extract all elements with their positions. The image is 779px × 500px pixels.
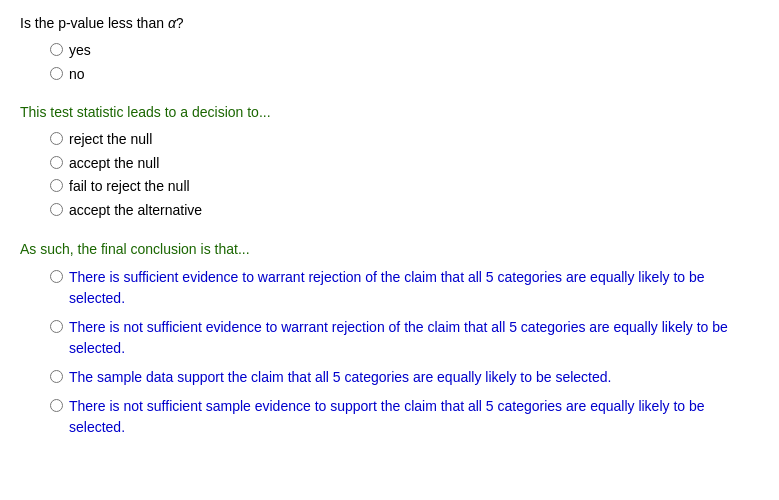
pvalue-section: Is the p-value less than α? yes no — [20, 15, 759, 84]
alpha-symbol: α — [168, 15, 176, 31]
conclusion-1-radio[interactable] — [50, 270, 63, 283]
pvalue-no-radio[interactable] — [50, 67, 63, 80]
decision-fail-radio[interactable] — [50, 179, 63, 192]
pvalue-options-group: yes no — [20, 41, 759, 84]
decision-alt-label: accept the alternative — [69, 201, 202, 221]
decision-accept-option[interactable]: accept the null — [50, 154, 759, 174]
decision-accept-label: accept the null — [69, 154, 159, 174]
decision-reject-label: reject the null — [69, 130, 152, 150]
pvalue-no-label: no — [69, 65, 85, 85]
conclusion-2-radio[interactable] — [50, 320, 63, 333]
conclusion-1-option[interactable]: There is sufficient evidence to warrant … — [50, 267, 759, 309]
conclusion-2-option[interactable]: There is not sufficient evidence to warr… — [50, 317, 759, 359]
conclusion-2-text: There is not sufficient evidence to warr… — [69, 317, 749, 359]
conclusion-4-radio[interactable] — [50, 399, 63, 412]
decision-alt-option[interactable]: accept the alternative — [50, 201, 759, 221]
decision-section: This test statistic leads to a decision … — [20, 104, 759, 220]
conclusion-3-option[interactable]: The sample data support the claim that a… — [50, 367, 759, 388]
conclusion-section: As such, the final conclusion is that...… — [20, 241, 759, 438]
pvalue-yes-radio[interactable] — [50, 43, 63, 56]
decision-fail-option[interactable]: fail to reject the null — [50, 177, 759, 197]
decision-intro: This test statistic leads to a decision … — [20, 104, 759, 120]
conclusion-1-text: There is sufficient evidence to warrant … — [69, 267, 749, 309]
conclusion-options-group: There is sufficient evidence to warrant … — [20, 267, 759, 438]
conclusion-3-radio[interactable] — [50, 370, 63, 383]
pvalue-question: Is the p-value less than α? — [20, 15, 759, 31]
decision-options-group: reject the null accept the null fail to … — [20, 130, 759, 220]
conclusion-4-option[interactable]: There is not sufficient sample evidence … — [50, 396, 759, 438]
conclusion-4-text: There is not sufficient sample evidence … — [69, 396, 749, 438]
decision-alt-radio[interactable] — [50, 203, 63, 216]
pvalue-no-option[interactable]: no — [50, 65, 759, 85]
conclusion-intro: As such, the final conclusion is that... — [20, 241, 759, 257]
conclusion-3-text: The sample data support the claim that a… — [69, 367, 611, 388]
decision-reject-option[interactable]: reject the null — [50, 130, 759, 150]
decision-reject-radio[interactable] — [50, 132, 63, 145]
decision-accept-radio[interactable] — [50, 156, 63, 169]
pvalue-yes-label: yes — [69, 41, 91, 61]
decision-fail-label: fail to reject the null — [69, 177, 190, 197]
pvalue-yes-option[interactable]: yes — [50, 41, 759, 61]
